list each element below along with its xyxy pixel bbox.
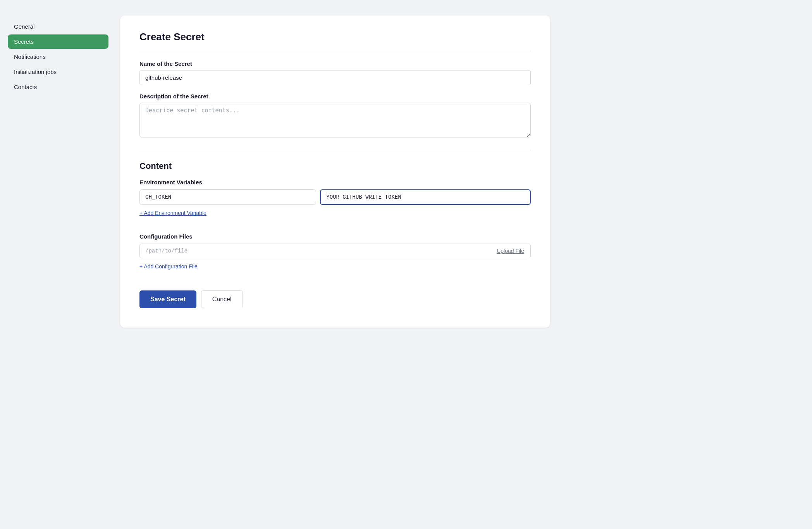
config-files-label: Configuration Files — [139, 233, 531, 240]
sidebar-item-contacts[interactable]: Contacts — [8, 80, 108, 94]
save-secret-button[interactable]: Save Secret — [139, 290, 196, 308]
env-vars-section: Environment Variables + Add Environment … — [139, 179, 531, 225]
add-env-variable-link[interactable]: + Add Environment Variable — [139, 210, 206, 216]
sidebar-item-secrets[interactable]: Secrets — [8, 34, 108, 49]
config-files-section: Configuration Files Upload File + Add Co… — [139, 233, 531, 279]
upload-file-link[interactable]: Upload File — [490, 244, 530, 258]
sidebar-item-general[interactable]: General — [8, 19, 108, 34]
sidebar-item-notifications[interactable]: Notifications — [8, 50, 108, 64]
name-label: Name of the Secret — [139, 60, 531, 67]
name-section: Name of the Secret — [139, 60, 531, 85]
env-vars-label: Environment Variables — [139, 179, 531, 185]
description-textarea[interactable] — [139, 103, 531, 137]
name-input[interactable] — [139, 70, 531, 85]
env-value-input[interactable] — [320, 189, 531, 205]
description-label: Description of the Secret — [139, 93, 531, 100]
page-title: Create Secret — [139, 31, 531, 51]
section-divider — [139, 150, 531, 150]
sidebar: General Secrets Notifications Initializa… — [8, 15, 108, 328]
content-title: Content — [139, 161, 531, 171]
create-secret-panel: Create Secret Name of the Secret Descrip… — [120, 15, 550, 328]
add-config-file-link[interactable]: + Add Configuration File — [139, 263, 198, 270]
sidebar-item-initialization-jobs[interactable]: Initialization jobs — [8, 65, 108, 79]
actions-row: Save Secret Cancel — [139, 290, 531, 308]
cancel-button[interactable]: Cancel — [201, 290, 243, 308]
env-key-input[interactable] — [139, 189, 316, 205]
config-path-input[interactable] — [140, 244, 487, 258]
env-row — [139, 189, 531, 205]
config-row: Upload File — [139, 244, 531, 258]
description-section: Description of the Secret — [139, 93, 531, 139]
